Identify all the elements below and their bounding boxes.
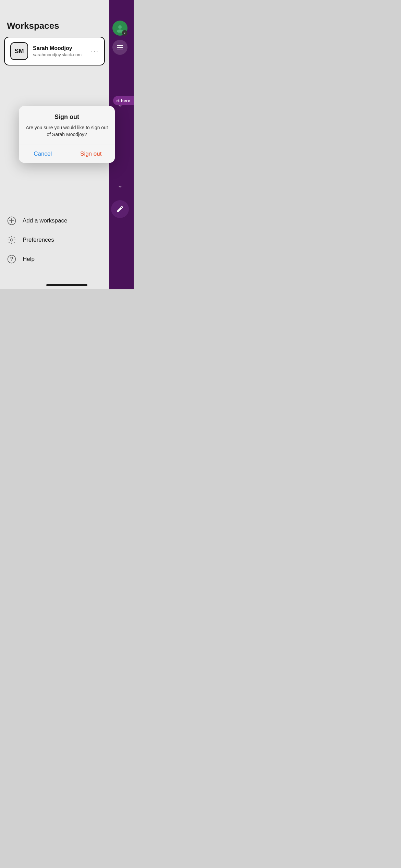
dialog-message: Are you sure you would like to sign out … [26,124,108,138]
sign-out-button[interactable]: Sign out [67,145,115,163]
dialog-content: Sign out Are you sure you would like to … [19,106,115,145]
dialog-title: Sign out [26,113,108,121]
home-indicator [46,284,87,286]
dialog-buttons: Cancel Sign out [19,145,115,163]
dialog-overlay: Sign out Are you sure you would like to … [0,0,134,289]
sign-out-dialog: Sign out Are you sure you would like to … [19,106,115,163]
cancel-button[interactable]: Cancel [19,145,67,163]
